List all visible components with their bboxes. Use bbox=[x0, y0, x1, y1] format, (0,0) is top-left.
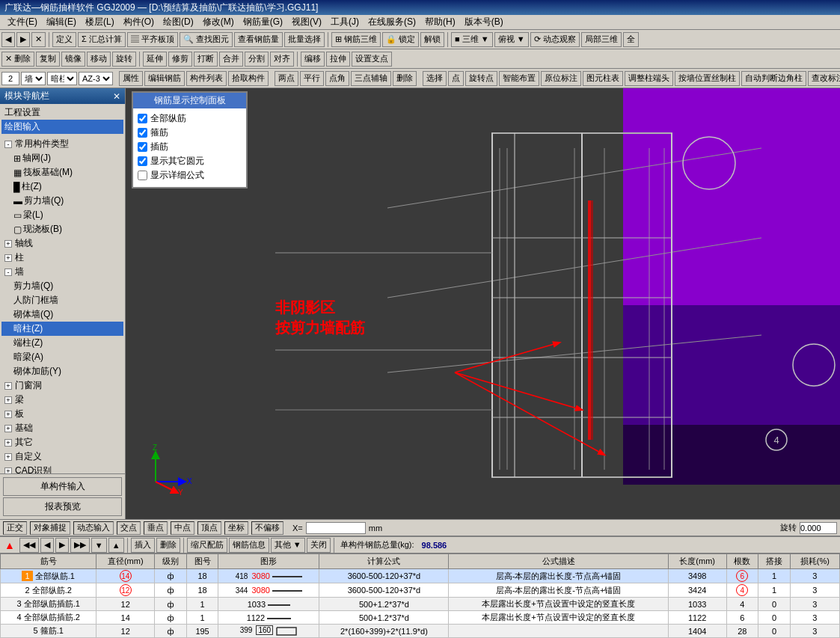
layer-input[interactable] bbox=[1, 72, 19, 85]
tb-set-pivot[interactable]: 设置支点 bbox=[352, 52, 392, 67]
tb-point-draw[interactable]: 点 bbox=[448, 71, 464, 86]
menu-draw[interactable]: 绘图(D) bbox=[159, 14, 198, 30]
tb-prev[interactable]: ◀ bbox=[40, 538, 54, 553]
status-ortho[interactable]: 正交 bbox=[3, 521, 27, 535]
tb-find[interactable]: 🔍 查找图元 bbox=[180, 32, 233, 47]
tb-three-point[interactable]: 三点辅轴 bbox=[351, 71, 391, 86]
status-top[interactable]: 顶点 bbox=[197, 521, 221, 535]
tb-scale-rebar[interactable]: 缩尺配筋 bbox=[187, 538, 227, 553]
cb-all-longitudinal-input[interactable] bbox=[138, 114, 147, 123]
tb-mirror[interactable]: 镜像 bbox=[61, 52, 85, 67]
menu-help[interactable]: 帮助(H) bbox=[420, 14, 460, 30]
tb-rebar-3d[interactable]: ⊞ 钢筋三维 bbox=[331, 32, 381, 47]
tb-comp-list[interactable]: 构件列表 bbox=[186, 71, 227, 86]
cb-all-longitudinal[interactable]: 全部纵筋 bbox=[138, 111, 242, 126]
sidebar-item-common[interactable]: - 常用构件类型 bbox=[1, 137, 123, 151]
tb-auto-corner[interactable]: 自动判断边角柱 bbox=[741, 71, 806, 86]
menu-floor[interactable]: 楼层(L) bbox=[81, 14, 119, 30]
menu-online[interactable]: 在线服务(S) bbox=[364, 14, 420, 30]
cb-formula-input[interactable] bbox=[138, 171, 147, 180]
tb-top-view[interactable]: 俯视 ▼ bbox=[494, 32, 529, 47]
tb-lock[interactable]: 🔒 锁定 bbox=[382, 32, 419, 47]
cb-other[interactable]: 显示其它圆元 bbox=[138, 154, 242, 168]
tb-select[interactable]: 选择 bbox=[423, 71, 447, 86]
tb-rotate[interactable]: 旋转 bbox=[112, 52, 136, 67]
tb-first[interactable]: ◀◀ bbox=[19, 538, 39, 553]
tb-adj-end[interactable]: 调整柱端头 bbox=[625, 71, 673, 86]
code-select[interactable]: AZ-3 bbox=[79, 72, 113, 85]
sidebar-item-darkcolumn[interactable]: 暗柱(Z) bbox=[1, 322, 123, 336]
cb-insert-input[interactable] bbox=[138, 142, 147, 152]
tb-level-top[interactable]: ▤ 平齐板顶 bbox=[127, 32, 178, 47]
status-dynamic[interactable]: 动态输入 bbox=[73, 521, 114, 535]
sidebar-item-axisline[interactable]: + 轴线 bbox=[1, 236, 123, 251]
tb-align[interactable]: 对齐 bbox=[270, 52, 294, 67]
sidebar-item-darkbeam[interactable]: 暗梁(A) bbox=[1, 350, 123, 364]
sidebar-item-shearwall[interactable]: ▬ 剪力墙(Q) bbox=[1, 194, 123, 208]
status-mid[interactable]: 中点 bbox=[171, 521, 194, 535]
cb-formula[interactable]: 显示详细公式 bbox=[138, 168, 242, 182]
sidebar-item-other[interactable]: + 其它 bbox=[1, 435, 123, 450]
tb-batch-select[interactable]: 批量选择 bbox=[284, 32, 325, 47]
tb-move[interactable]: 移动 bbox=[87, 52, 111, 67]
table-row[interactable]: 4 全部纵筋插筋.2 14 ф 1 1122 500+1.2*37*d 本层露出… bbox=[1, 611, 840, 625]
cb-stirrup-input[interactable] bbox=[138, 128, 147, 138]
cb-insert[interactable]: 插筋 bbox=[138, 140, 242, 154]
menu-tools[interactable]: 工具(J) bbox=[326, 14, 364, 30]
tb-del-axis[interactable]: 删除 bbox=[393, 71, 417, 86]
tb-in-situ[interactable]: 原位标注 bbox=[541, 71, 581, 86]
tb-stretch[interactable]: 拉伸 bbox=[326, 52, 350, 67]
tb-delete[interactable]: ✕ 删除 bbox=[1, 52, 34, 67]
table-row[interactable]: 5 箍筋.1 12 ф 195 399 160 2*(160+399)+2*(1… bbox=[1, 625, 840, 638]
tb-up[interactable]: ▲ bbox=[108, 538, 124, 553]
table-row[interactable]: 1 全部纵筋.1 14 ф 18 418 3080 3600-500-120+3… bbox=[1, 569, 840, 583]
tb-edit-rebar[interactable]: 编辑钢筋 bbox=[144, 71, 185, 86]
tb-forward[interactable]: ▶ bbox=[16, 32, 30, 47]
tb-break[interactable]: 打断 bbox=[194, 52, 218, 67]
sidebar-item-cad[interactable]: + CAD识别 bbox=[1, 464, 123, 473]
sidebar-item-wall[interactable]: - 墙 bbox=[1, 265, 123, 279]
sidebar-item-foundation[interactable]: + 基础 bbox=[1, 421, 123, 435]
tb-other[interactable]: 其他 ▼ bbox=[271, 538, 305, 553]
tb-close[interactable]: ✕ bbox=[31, 32, 46, 47]
status-nooffset[interactable]: 不偏移 bbox=[251, 521, 283, 535]
table-row[interactable]: 2 全部纵筋.2 12 ф 18 344 3080 3600-500-120+3… bbox=[1, 583, 840, 598]
tb-wall-pos[interactable]: 按墙位置丝制柱 bbox=[675, 71, 740, 86]
menu-file[interactable]: 文件(E) bbox=[3, 14, 42, 30]
sidebar-item-masonryrebar[interactable]: 砌体加筋(Y) bbox=[1, 364, 123, 378]
rebar-table-scroll[interactable]: 筋号 直径(mm) 级别 图号 图形 计算公式 公式描述 长度(mm) 根数 搭… bbox=[0, 553, 840, 638]
menu-rebar-qty[interactable]: 钢筋量(G) bbox=[239, 14, 287, 30]
sidebar-item-axis[interactable]: ⊞ 轴网(J) bbox=[1, 151, 123, 165]
report-preview-btn[interactable]: 报表预览 bbox=[3, 497, 122, 516]
tb-back[interactable]: ◀ bbox=[1, 32, 15, 47]
tb-insert[interactable]: 插入 bbox=[131, 538, 155, 553]
x-input[interactable] bbox=[306, 522, 366, 534]
cb-other-input[interactable] bbox=[138, 156, 147, 166]
tb-rotate-point[interactable]: 旋转点 bbox=[465, 71, 497, 86]
sidebar-item-draw[interactable]: 绘图输入 bbox=[1, 120, 123, 134]
tb-close-table[interactable]: 关闭 bbox=[307, 538, 331, 553]
single-comp-btn[interactable]: 单构件输入 bbox=[3, 477, 122, 496]
sidebar-item-masonrywall[interactable]: 砌体墙(Q) bbox=[1, 307, 123, 322]
tb-down[interactable]: ▼ bbox=[91, 538, 107, 553]
subtype-select[interactable]: 暗柱 bbox=[47, 72, 77, 85]
menu-modify[interactable]: 修改(M) bbox=[198, 14, 239, 30]
cb-stirrup[interactable]: 箍筋 bbox=[138, 126, 242, 140]
sidebar-item-engineering[interactable]: 工程设置 bbox=[1, 105, 123, 120]
sidebar-item-beam[interactable]: ▭ 梁(L) bbox=[1, 208, 123, 222]
tb-parallel[interactable]: 平行 bbox=[300, 71, 324, 86]
tb-full[interactable]: 全 bbox=[623, 32, 639, 47]
tb-two-point[interactable]: 两点 bbox=[275, 71, 298, 86]
tb-rebar-info[interactable]: 钢筋信息 bbox=[229, 538, 269, 553]
tb-sum-calc[interactable]: Σ 汇总计算 bbox=[78, 32, 126, 47]
tb-extend[interactable]: 延伸 bbox=[143, 52, 167, 67]
status-intersect[interactable]: 交点 bbox=[117, 521, 141, 535]
sidebar-item-beamtree[interactable]: + 梁 bbox=[1, 393, 123, 407]
status-snap[interactable]: 对象捕捉 bbox=[30, 521, 70, 535]
sidebar-item-rfwall[interactable]: 人防门框墙 bbox=[1, 293, 123, 307]
tb-check-ann[interactable]: 查改标注 bbox=[808, 71, 840, 86]
sidebar-item-slab[interactable]: ▢ 现浇板(B) bbox=[1, 222, 123, 236]
status-perp[interactable]: 垂点 bbox=[144, 521, 168, 535]
sidebar-item-custom[interactable]: + 自定义 bbox=[1, 450, 123, 464]
tb-last[interactable]: ▶▶ bbox=[70, 538, 90, 553]
